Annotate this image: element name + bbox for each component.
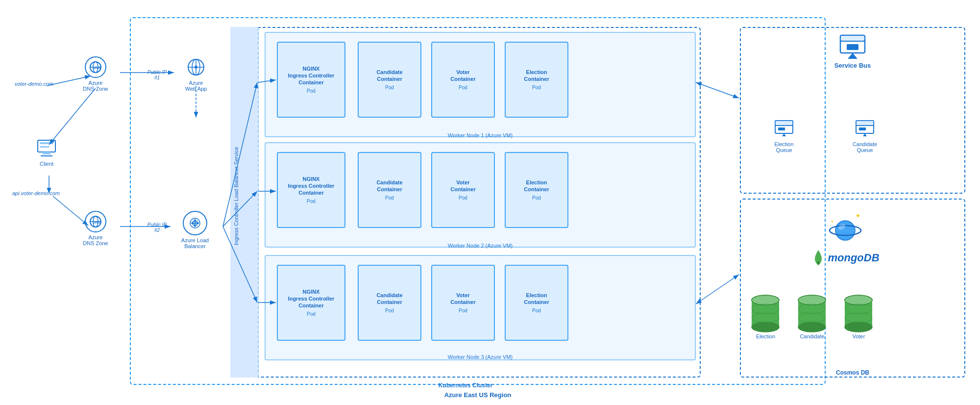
- worker-node-3-label: Worker Node 3 (Azure VM): [265, 354, 696, 360]
- election-pod-3-sublabel: Pod: [532, 307, 541, 314]
- voter-pod-1: Voter Container Pod: [431, 42, 495, 118]
- service-bus: Service Bus: [808, 34, 897, 69]
- worker-node-2-label: Worker Node 2 (Azure VM): [265, 243, 696, 249]
- candidate-db: Candidate: [796, 294, 828, 339]
- nginx-pod-2-sublabel: Pod: [307, 198, 316, 204]
- candidate-pod-1-sublabel: Pod: [385, 84, 394, 91]
- public-ip-2-label: Public IP#2: [144, 222, 171, 233]
- cluster-label: Kubernetes Cluster: [230, 382, 701, 389]
- svg-point-61: [845, 322, 872, 332]
- svg-rect-29: [847, 44, 858, 50]
- worker-node-1-label: Worker Node 1 (Azure VM): [265, 132, 696, 138]
- candidate-queue-icon: [854, 118, 876, 139]
- candidate-pod-2: Candidate Container Pod: [358, 152, 421, 228]
- svg-text:✦: ✦: [831, 220, 834, 224]
- election-pod-2-label: Election Container: [524, 179, 549, 193]
- service-bus-icon: [838, 34, 867, 59]
- mongodb-section: ✦ ✦ mongoDB: [772, 211, 919, 272]
- election-db-label: Election: [756, 333, 775, 339]
- nginx-pod-3: NGINX Ingress Controller Container Pod: [277, 265, 345, 341]
- nginx-pod-3-sublabel: Pod: [307, 311, 316, 317]
- azure-load-balancer: Azure Load Balancer: [171, 211, 220, 249]
- voter-pod-3: Voter Container Pod: [431, 265, 495, 341]
- db-cylinders: Election Candidate Vot: [750, 294, 875, 339]
- candidate-pod-2-sublabel: Pod: [385, 195, 394, 201]
- candidate-pod-3-label: Candidate Container: [376, 292, 402, 306]
- dns-zone-1-icon: DNS: [85, 56, 106, 78]
- web-app-label: Azure Web App: [185, 80, 207, 92]
- region-label: Azure East US Region: [130, 391, 826, 399]
- svg-point-50: [752, 295, 779, 305]
- svg-point-62: [845, 295, 872, 305]
- election-queue-icon: [773, 118, 795, 139]
- svg-rect-10: [43, 152, 50, 154]
- dns-zone-1-label: Azure DNS Zone: [83, 80, 108, 92]
- election-pod-2-sublabel: Pod: [532, 195, 541, 201]
- election-pod-2: Election Container Pod: [505, 152, 568, 228]
- mongodb-logo: mongoDB: [772, 249, 919, 266]
- svg-point-46: [817, 261, 819, 264]
- election-pod-3: Election Container Pod: [505, 265, 568, 341]
- candidate-pod-3-sublabel: Pod: [385, 307, 394, 314]
- election-pod-3-label: Election Container: [524, 292, 549, 306]
- voter-db-label: Voter: [853, 333, 865, 339]
- mongodb-text: mongoDB: [828, 252, 879, 264]
- ingress-service-label: Ingress Controller Load Balancer Service: [233, 98, 239, 294]
- svg-rect-12: [40, 142, 53, 144]
- load-balancer-label: Azure Load Balancer: [181, 237, 209, 249]
- svg-point-55: [798, 322, 826, 332]
- candidate-pod-1-label: Candidate Container: [376, 69, 402, 83]
- svg-rect-34: [778, 127, 785, 130]
- candidate-pod-2-label: Candidate Container: [376, 179, 402, 193]
- svg-rect-27: [840, 35, 865, 41]
- svg-point-49: [752, 322, 779, 332]
- election-queue-label: Election Queue: [774, 141, 793, 153]
- svg-rect-39: [859, 127, 866, 130]
- nginx-pod-1-sublabel: Pod: [307, 88, 316, 94]
- candidate-db-label: Candidate: [800, 333, 824, 339]
- cosmos-icon: ✦ ✦: [772, 211, 919, 245]
- svg-line-69: [49, 88, 96, 145]
- svg-point-8: [195, 66, 197, 69]
- svg-point-56: [798, 295, 826, 305]
- nginx-pod-2: NGINX Ingress Controller Container Pod: [277, 152, 345, 228]
- election-pod-1: Election Container Pod: [505, 42, 568, 118]
- client: Client: [27, 137, 66, 167]
- client-label: Client: [40, 161, 53, 167]
- nginx-pod-3-label: NGINX Ingress Controller Container: [288, 288, 335, 309]
- candidate-pod-1: Candidate Container Pod: [358, 42, 421, 118]
- voter-pod-2: Voter Container Pod: [431, 152, 495, 228]
- election-pod-1-sublabel: Pod: [532, 84, 541, 91]
- svg-rect-32: [775, 121, 793, 126]
- svg-text:✦: ✦: [855, 212, 861, 220]
- election-queue: Election Queue: [755, 118, 813, 153]
- api-voter-demo-label: api.voter-demo.com: [12, 190, 60, 196]
- voter-pod-3-label: Voter Container: [450, 292, 475, 306]
- voter-demo-label: voter-demo.com: [15, 81, 53, 87]
- web-app-icon: [185, 56, 207, 78]
- nginx-pod-2-label: NGINX Ingress Controller Container: [288, 176, 335, 197]
- service-bus-label: Service Bus: [834, 62, 871, 69]
- dns-zone-2: DNS Azure DNS Zone: [74, 211, 118, 246]
- voter-pod-2-label: Voter Container: [450, 179, 475, 193]
- voter-pod-1-label: Voter Container: [450, 69, 475, 83]
- svg-rect-13: [40, 146, 49, 148]
- voter-pod-2-sublabel: Pod: [459, 195, 467, 201]
- svg-text:DNS: DNS: [93, 66, 101, 70]
- candidate-queue-label: Candidate Queue: [853, 141, 877, 153]
- election-db: Election: [750, 294, 782, 339]
- client-icon: [36, 137, 57, 159]
- nginx-pod-1-label: NGINX Ingress Controller Container: [288, 65, 335, 86]
- dns-zone-1: DNS Azure DNS Zone: [74, 56, 118, 92]
- voter-pod-3-sublabel: Pod: [459, 307, 467, 314]
- candidate-queue: Candidate Queue: [833, 118, 897, 153]
- svg-rect-37: [856, 121, 874, 126]
- dns-zone-2-icon: DNS: [85, 211, 106, 232]
- svg-marker-30: [848, 53, 858, 59]
- svg-text:DNS: DNS: [93, 220, 101, 225]
- svg-point-43: [835, 221, 855, 240]
- voter-pod-1-sublabel: Pod: [459, 84, 467, 91]
- voter-db: Voter: [843, 294, 875, 339]
- nginx-pod-1: NGINX Ingress Controller Container Pod: [277, 42, 345, 118]
- load-balancer-icon: [183, 211, 207, 235]
